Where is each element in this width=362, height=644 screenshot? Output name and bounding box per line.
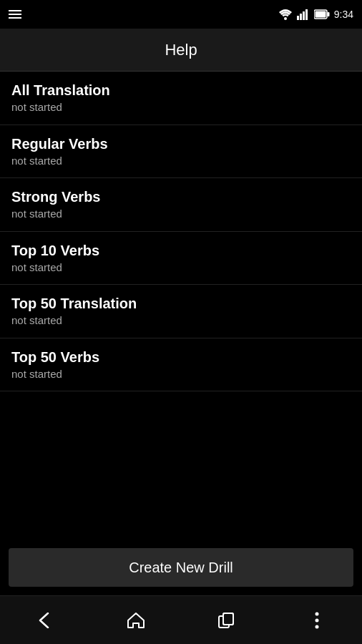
- header: Help: [0, 29, 362, 72]
- svg-point-11: [315, 612, 318, 615]
- svg-rect-9: [223, 613, 233, 625]
- list-item[interactable]: Strong Verbsnot started: [0, 178, 362, 232]
- item-subtitle: not started: [11, 313, 351, 328]
- svg-point-0: [284, 17, 287, 20]
- signal-icon: [297, 9, 310, 20]
- list-item[interactable]: Regular Verbsnot started: [0, 125, 362, 179]
- header-title: Help: [165, 41, 197, 59]
- item-title: Top 50 Verbs: [11, 348, 351, 366]
- wifi-icon: [278, 9, 293, 20]
- svg-rect-2: [300, 14, 302, 20]
- item-title: All Translation: [11, 82, 351, 99]
- svg-rect-3: [303, 11, 305, 20]
- svg-rect-6: [315, 11, 326, 18]
- item-subtitle: not started: [11, 100, 351, 114]
- item-subtitle: not started: [11, 154, 351, 168]
- status-bar-right: 9:34: [278, 9, 353, 20]
- menu-icon: [9, 10, 21, 19]
- time-display: 9:34: [334, 9, 353, 20]
- battery-icon: [314, 9, 330, 19]
- status-bar-left: [9, 10, 21, 19]
- item-title: Top 50 Translation: [11, 295, 351, 312]
- status-bar: 9:34: [0, 0, 362, 29]
- recents-button[interactable]: [205, 606, 248, 635]
- nav-bar: [0, 595, 362, 644]
- item-title: Top 10 Verbs: [11, 242, 351, 259]
- list-item[interactable]: Top 10 Verbsnot started: [0, 232, 362, 286]
- list-item[interactable]: Top 50 Verbsnot started: [0, 338, 362, 392]
- svg-point-12: [315, 618, 318, 622]
- list-item[interactable]: All Translationnot started: [0, 72, 362, 125]
- back-button[interactable]: [24, 606, 67, 635]
- item-title: Regular Verbs: [11, 135, 351, 152]
- drill-list: All Translationnot startedRegular Verbsn…: [0, 72, 362, 541]
- create-drill-button[interactable]: Create New Drill: [9, 548, 353, 587]
- home-button[interactable]: [114, 606, 157, 635]
- bottom-button-container: Create New Drill: [0, 541, 362, 595]
- item-subtitle: not started: [11, 367, 351, 381]
- svg-rect-1: [297, 16, 299, 20]
- svg-rect-4: [305, 9, 308, 20]
- svg-rect-7: [327, 12, 329, 16]
- item-subtitle: not started: [11, 260, 351, 275]
- item-title: Strong Verbs: [11, 188, 351, 205]
- svg-point-13: [315, 625, 318, 628]
- list-item[interactable]: Top 50 Translationnot started: [0, 285, 362, 338]
- item-subtitle: not started: [11, 207, 351, 221]
- more-button[interactable]: [295, 606, 338, 635]
